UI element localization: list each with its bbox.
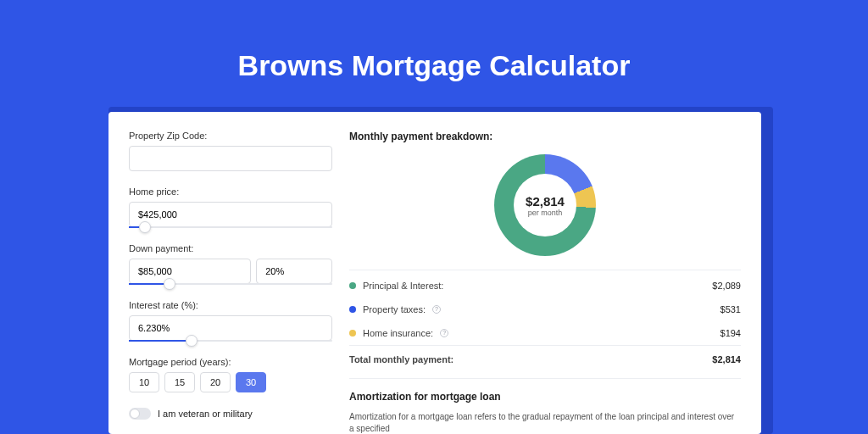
legend-label: Property taxes: [363, 304, 426, 314]
donut-center: $2,814 per month [514, 174, 576, 236]
slider-thumb[interactable] [139, 221, 151, 233]
calculator-panel: Property Zip Code: Home price: Down paym… [108, 112, 761, 434]
period-label: Mortgage period (years): [129, 357, 332, 367]
down-payment-slider[interactable] [129, 283, 332, 285]
legend-row-insurance: Home insurance: ? $194 [349, 321, 741, 345]
home-price-input[interactable] [129, 202, 332, 227]
donut-chart: $2,814 per month [494, 154, 596, 256]
down-payment-pct-input[interactable] [256, 259, 332, 284]
amortization-text: Amortization for a mortgage loan refers … [349, 411, 741, 434]
total-label: Total monthly payment: [349, 354, 453, 364]
home-price-label: Home price: [129, 186, 332, 197]
home-price-group: Home price: [129, 186, 332, 228]
down-payment-group: Down payment: [129, 243, 332, 285]
period-option-30[interactable]: 30 [236, 372, 266, 392]
help-icon[interactable]: ? [432, 305, 441, 314]
veteran-label: I am veteran or military [158, 409, 253, 419]
home-price-slider[interactable] [129, 226, 332, 228]
period-group: Mortgage period (years): 10 15 20 30 [129, 357, 332, 392]
interest-label: Interest rate (%): [129, 300, 332, 310]
legend-value: $531 [721, 304, 741, 314]
breakdown-column: Monthly payment breakdown: $2,814 per mo… [349, 131, 741, 434]
zip-group: Property Zip Code: [129, 131, 332, 171]
legend-label: Home insurance: [363, 328, 433, 338]
interest-input[interactable] [129, 315, 332, 341]
total-value: $2,814 [712, 354, 741, 364]
period-option-15[interactable]: 15 [164, 372, 195, 392]
slider-thumb[interactable] [164, 278, 175, 290]
breakdown-title: Monthly payment breakdown: [349, 131, 741, 142]
zip-label: Property Zip Code: [129, 131, 332, 141]
amortization-title: Amortization for mortgage loan [349, 391, 741, 403]
donut-sub: per month [528, 209, 563, 217]
legend-label: Principal & Interest: [363, 281, 443, 291]
page-title: Browns Mortgage Calculator [0, 0, 868, 101]
zip-input[interactable] [129, 146, 332, 171]
dot-icon [349, 330, 356, 337]
help-icon[interactable]: ? [440, 329, 448, 337]
veteran-row: I am veteran or military [129, 408, 332, 420]
amortization-section: Amortization for mortgage loan Amortizat… [349, 378, 741, 434]
interest-group: Interest rate (%): [129, 300, 332, 342]
period-row: 10 15 20 30 [129, 372, 332, 392]
interest-slider[interactable] [129, 340, 332, 342]
donut-amount: $2,814 [526, 194, 565, 209]
dot-icon [349, 306, 356, 313]
form-column: Property Zip Code: Home price: Down paym… [129, 131, 332, 434]
legend: Principal & Interest: $2,089 Property ta… [349, 270, 741, 371]
legend-value: $194 [721, 328, 741, 338]
down-payment-input[interactable] [129, 259, 251, 284]
down-payment-label: Down payment: [129, 243, 332, 253]
legend-row-taxes: Property taxes: ? $531 [349, 298, 741, 321]
slider-thumb[interactable] [186, 335, 198, 347]
period-option-20[interactable]: 20 [200, 372, 231, 392]
dot-icon [349, 282, 356, 289]
donut-chart-wrap: $2,814 per month [349, 151, 741, 270]
legend-row-total: Total monthly payment: $2,814 [349, 345, 741, 371]
period-option-10[interactable]: 10 [129, 372, 159, 392]
legend-row-principal: Principal & Interest: $2,089 [349, 274, 741, 298]
legend-value: $2,089 [712, 281, 741, 291]
veteran-toggle[interactable] [129, 408, 151, 420]
